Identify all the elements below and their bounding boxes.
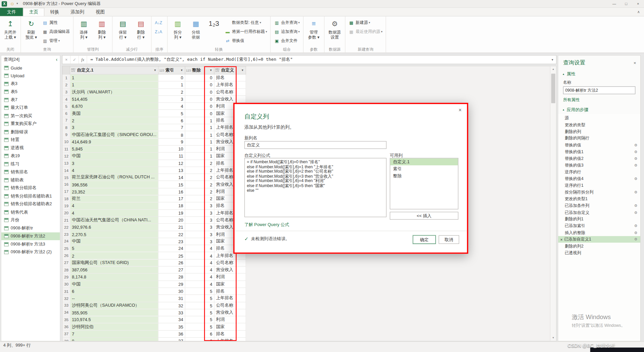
table-cell[interactable]: 6 xyxy=(185,330,214,337)
applied-steps-header[interactable]: ▲ 应用的步骤 xyxy=(558,105,640,114)
tab-home[interactable]: 主页 xyxy=(23,8,45,16)
applied-step[interactable]: 按分隔符拆分列⚙ xyxy=(558,189,640,195)
filter-icon[interactable]: ▼ xyxy=(240,68,245,72)
table-cell[interactable]: 国家电网公司（STATE GRID) xyxy=(70,259,158,266)
advanced-editor-button[interactable]: ▦高级编辑器 xyxy=(40,27,72,36)
new-column-name-input[interactable] xyxy=(245,141,387,149)
table-cell[interactable]: 9 xyxy=(158,138,185,145)
table-cell[interactable]: 排名 xyxy=(214,74,246,81)
tab-view[interactable]: 视图 xyxy=(90,8,110,16)
query-list-item[interactable]: 最大订单 xyxy=(1,104,60,112)
table-cell[interactable]: 5 xyxy=(185,302,214,309)
scrollbar-thumb[interactable] xyxy=(551,74,555,103)
choose-columns-button[interactable]: ▥选择 列 ▾ xyxy=(75,17,93,40)
table-cell[interactable]: 营业收入 xyxy=(214,266,246,273)
table-cell[interactable]: 2 xyxy=(185,174,214,181)
query-list-item[interactable]: 销售分组排名辅助表2 xyxy=(1,200,60,208)
table-cell[interactable]: 2 xyxy=(158,88,185,95)
step-settings-icon[interactable]: ⚙ xyxy=(634,211,638,215)
query-list-item[interactable]: 销售代表 xyxy=(1,208,60,216)
row-number[interactable]: 10 xyxy=(63,138,70,145)
table-cell[interactable]: 公司名称 xyxy=(214,259,246,266)
split-column-button[interactable]: ▥拆分 列 ▾ xyxy=(169,17,187,40)
table-cell[interactable]: 19 xyxy=(158,209,185,216)
row-number[interactable]: 35 xyxy=(63,316,70,323)
table-cell[interactable]: 6 xyxy=(70,288,158,295)
refresh-preview-button[interactable]: ↻刷新 预览 ▾ xyxy=(22,17,40,40)
table-cell[interactable]: 24 xyxy=(158,245,185,252)
table-cell[interactable]: 392,976.6 xyxy=(70,224,158,231)
table-cell[interactable]: 1 xyxy=(185,152,214,160)
insert-column-button[interactable]: << 插入 xyxy=(390,212,458,220)
formula-expand-icon[interactable]: ▾ xyxy=(549,58,556,61)
row-number[interactable]: 31 xyxy=(63,288,70,295)
applied-step[interactable]: 逆序的行 xyxy=(558,169,640,175)
table-cell[interactable]: 1 xyxy=(185,138,214,145)
collapse-ribbon-icon[interactable]: ∧ xyxy=(637,10,640,14)
cancel-formula-icon[interactable]: × xyxy=(62,55,70,63)
row-number[interactable]: 27 xyxy=(63,259,70,266)
table-cell[interactable]: 35 xyxy=(158,323,185,330)
table-cell[interactable]: 6,670 xyxy=(70,103,158,110)
applied-step[interactable]: 替换的值3⚙ xyxy=(558,162,640,169)
column-header[interactable]: ▼123整除 xyxy=(185,67,214,74)
properties-button[interactable]: ▤属性 xyxy=(40,18,72,27)
row-number[interactable]: 20 xyxy=(63,209,70,216)
query-list-item[interactable]: 月份 xyxy=(1,216,60,224)
table-cell[interactable]: 荷兰 xyxy=(70,195,158,202)
row-number[interactable]: 25 xyxy=(63,245,70,252)
available-column-item[interactable]: 索引 xyxy=(390,165,458,172)
table-cell[interactable]: 27 xyxy=(158,266,185,273)
table-cell[interactable]: 上年排名 xyxy=(214,81,246,88)
table-cell[interactable]: 22 xyxy=(158,231,185,238)
step-settings-icon[interactable]: ⚙ xyxy=(634,231,638,235)
table-cell[interactable]: 10 xyxy=(158,145,185,152)
applied-step[interactable]: 已透视列 xyxy=(558,250,640,256)
table-cell[interactable]: 3 xyxy=(70,160,158,167)
row-number[interactable]: 26 xyxy=(63,252,70,259)
settings-close-icon[interactable]: × xyxy=(634,60,636,65)
table-cell[interactable]: 3 xyxy=(185,224,214,231)
dialog-close-icon[interactable]: × xyxy=(459,107,462,113)
query-list-item[interactable]: 0908-解析tr 方法2 xyxy=(1,232,60,240)
confirm-formula-icon[interactable]: ✓ xyxy=(71,55,79,63)
step-settings-icon[interactable]: ⚙ xyxy=(634,157,638,161)
table-cell[interactable]: 4 xyxy=(185,266,214,273)
table-cell[interactable]: 414,649.9 xyxy=(70,138,158,145)
table-cell[interactable]: 1 xyxy=(70,74,158,81)
applied-step[interactable]: 删除的列 xyxy=(558,128,640,135)
query-list-item[interactable]: 表5 xyxy=(1,88,60,96)
table-cell[interactable]: 8 xyxy=(158,131,185,138)
table-cell[interactable]: 2 xyxy=(185,167,214,174)
ok-button[interactable]: 确定 xyxy=(413,235,436,244)
row-number[interactable]: 32 xyxy=(63,295,70,302)
table-cell[interactable]: 上年排名 xyxy=(214,338,246,342)
row-number[interactable]: 2 xyxy=(63,81,70,88)
use-first-row-as-headers-button[interactable]: ▬将第一行用作标题▾ xyxy=(223,27,269,36)
close-button[interactable]: × xyxy=(632,0,644,7)
table-cell[interactable]: 中国 xyxy=(70,238,158,245)
step-settings-icon[interactable]: ⚙ xyxy=(634,204,638,208)
filter-icon[interactable]: ▼ xyxy=(153,68,157,72)
applied-step[interactable]: 替换的值⚙ xyxy=(558,142,640,148)
table-cell[interactable]: 6 xyxy=(158,117,185,124)
table-cell[interactable]: 7 xyxy=(70,330,158,337)
table-cell[interactable]: 排名 xyxy=(214,330,246,337)
tab-file[interactable]: 文件 xyxy=(0,8,23,16)
available-column-item[interactable]: 整除 xyxy=(390,172,458,179)
step-settings-icon[interactable]: ⚙ xyxy=(634,143,638,147)
table-cell[interactable]: 17 xyxy=(158,195,185,202)
table-cell[interactable]: 3 xyxy=(185,238,214,245)
table-cell[interactable]: 26 xyxy=(158,259,185,266)
table-cell[interactable]: 8,174.8 xyxy=(70,273,158,280)
table-cell[interactable]: 7 xyxy=(158,124,185,131)
combine-files-button[interactable]: ▣合并文件 xyxy=(272,36,302,45)
table-cell[interactable]: 上年排名 xyxy=(214,295,246,302)
table-cell[interactable]: 美国 xyxy=(70,110,158,117)
table-cell[interactable]: 中国 xyxy=(70,152,158,160)
merge-queries-button[interactable]: ▥合并查询▾ xyxy=(272,18,302,27)
applied-step[interactable]: 已添加自定义⚙ xyxy=(558,209,640,216)
table-cell[interactable]: 利润 xyxy=(214,316,246,323)
table-cell[interactable]: 4 xyxy=(70,202,158,209)
applied-step[interactable]: 源 xyxy=(558,115,640,122)
